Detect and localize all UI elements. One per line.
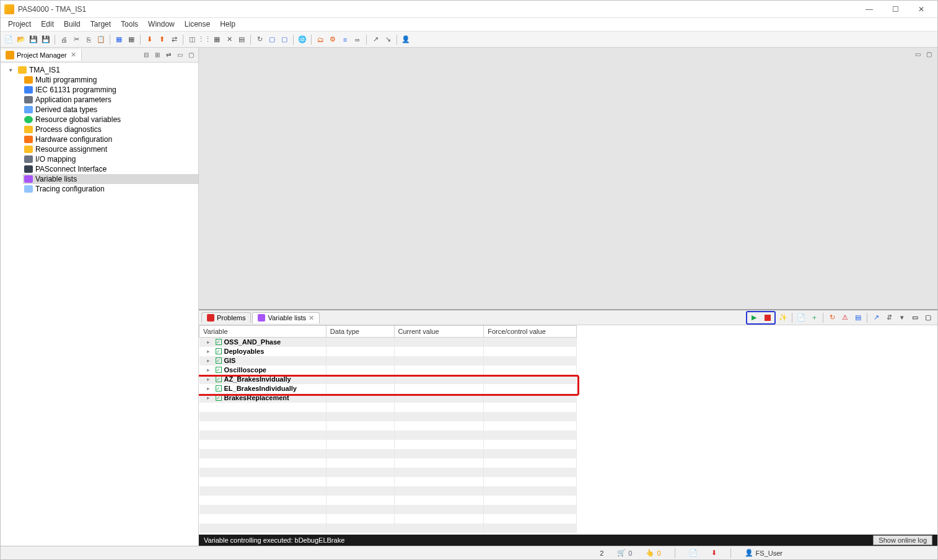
menu-window[interactable]: Window <box>143 18 180 31</box>
check-icon[interactable]: ✓ <box>216 385 222 392</box>
tree-item-resource-assignment[interactable]: Resource assignment <box>23 144 198 154</box>
table-row[interactable]: ▸✓EL_BrakesIndividually <box>199 384 577 393</box>
menu-tools[interactable]: Tools <box>116 18 143 31</box>
tool-export-icon[interactable]: ↗ <box>870 312 882 323</box>
menu-project[interactable]: Project <box>3 18 36 31</box>
tree-item-pasconnect-interface[interactable]: PASconnect Interface <box>23 164 198 174</box>
menu-edit[interactable]: Edit <box>36 18 59 31</box>
compare-icon[interactable]: ⇄ <box>169 34 180 45</box>
save-icon[interactable]: 💾 <box>28 34 39 45</box>
scan-icon[interactable]: ⋮⋮ <box>199 34 210 45</box>
grid-icon[interactable]: ▦ <box>211 34 222 45</box>
chevron-right-icon[interactable]: ▸ <box>207 376 213 382</box>
check-icon[interactable]: ✓ <box>216 395 222 401</box>
show-online-log-button[interactable]: Show online log <box>873 535 932 545</box>
stop-button[interactable] <box>762 312 773 323</box>
twist-icon[interactable]: ▾ <box>9 67 15 73</box>
print-icon[interactable]: 🖨 <box>58 34 69 45</box>
tool-warn-icon[interactable]: ⚠ <box>839 312 851 323</box>
build-icon[interactable]: ▦ <box>113 34 125 45</box>
paste-icon[interactable]: 📋 <box>95 34 107 45</box>
network-icon[interactable]: ◫ <box>186 34 198 45</box>
tree-item-derived-data-types[interactable]: Derived data types <box>23 105 198 115</box>
chevron-right-icon[interactable]: ▸ <box>207 339 213 345</box>
minimize-button[interactable]: — <box>857 2 882 17</box>
panel-max-icon[interactable]: ▢ <box>923 312 934 323</box>
tree-item-resource-global-variables[interactable]: Resource global variables <box>23 115 198 125</box>
link-editor-icon[interactable]: ⇄ <box>164 50 173 60</box>
tool-table-icon[interactable]: ▤ <box>853 312 864 323</box>
tab-variable-lists[interactable]: Variable lists ✕ <box>252 312 320 323</box>
maximize-button[interactable]: ☐ <box>883 2 908 17</box>
check-icon[interactable]: ✓ <box>216 348 222 354</box>
arrow1-icon[interactable]: ↗ <box>370 34 381 45</box>
tree-item-hardware-configuration[interactable]: Hardware configuration <box>23 134 198 144</box>
col-current[interactable]: Current value <box>394 326 484 338</box>
tool-new-icon[interactable]: 📄 <box>796 312 807 323</box>
tool-wand-icon[interactable]: ✨ <box>778 312 789 323</box>
person-icon[interactable]: 👤 <box>400 34 411 45</box>
check-icon[interactable]: ✓ <box>216 357 222 364</box>
gear-icon[interactable]: ⚙ <box>327 34 338 45</box>
minimize-panel-icon[interactable]: ▭ <box>175 50 185 60</box>
check-icon[interactable]: ✓ <box>216 376 222 382</box>
editor-max-icon[interactable]: ▢ <box>924 49 934 59</box>
panel-min-icon[interactable]: ▭ <box>910 312 921 323</box>
tab-problems[interactable]: Problems <box>201 312 251 323</box>
expand-all-icon[interactable]: ⊞ <box>152 50 162 60</box>
project-manager-tab[interactable]: Project Manager ✕ <box>1 50 82 61</box>
table-row[interactable]: ▸✓Oscilloscope <box>199 365 577 375</box>
chevron-right-icon[interactable]: ▸ <box>207 348 213 354</box>
cut-icon[interactable]: ✂ <box>71 34 82 45</box>
save-all-icon[interactable]: 💾 <box>40 34 51 45</box>
globe-icon[interactable]: 🌐 <box>297 34 308 45</box>
check-icon[interactable]: ✓ <box>216 367 222 373</box>
upload-icon[interactable]: ⬆ <box>156 34 167 45</box>
tree-root[interactable]: ▾ TMA_IS1 <box>8 65 198 75</box>
tool-add-icon[interactable]: ＋ <box>809 312 820 323</box>
chevron-right-icon[interactable]: ▸ <box>207 357 213 364</box>
menu-help[interactable]: Help <box>215 18 240 31</box>
col-variable[interactable]: Variable <box>199 326 327 338</box>
tree-item-process-diagnostics[interactable]: Process diagnostics <box>23 125 198 134</box>
maximize-panel-icon[interactable]: ▢ <box>186 50 196 60</box>
col-force[interactable]: Force/control value <box>484 326 577 338</box>
table2-icon[interactable]: ▢ <box>279 34 290 45</box>
new-icon[interactable]: 📄 <box>3 34 14 45</box>
tree-item-application-parameters[interactable]: Application parameters <box>23 95 198 105</box>
menu-license[interactable]: License <box>180 18 215 31</box>
col-datatype[interactable]: Data type <box>326 326 394 338</box>
module-icon[interactable]: ▤ <box>236 34 247 45</box>
menu-build[interactable]: Build <box>59 18 85 31</box>
collapse-all-icon[interactable]: ⊟ <box>141 50 151 60</box>
connect-icon[interactable]: ✕ <box>224 34 235 45</box>
tool-dropdown-icon[interactable]: ▾ <box>896 312 908 323</box>
copy-icon[interactable]: ⎘ <box>83 34 94 45</box>
link-icon[interactable]: ∞ <box>352 34 363 45</box>
check-icon[interactable]: ✓ <box>216 339 222 345</box>
tree-item-multi-programming[interactable]: Multi programming <box>23 75 198 85</box>
tab-close-icon[interactable]: ✕ <box>309 314 314 322</box>
table-row[interactable]: ▸✓BrakesReplacement <box>199 393 577 403</box>
menu-target[interactable]: Target <box>85 18 116 31</box>
arrow2-icon[interactable]: ↘ <box>382 34 393 45</box>
table-row[interactable]: ▸✓Deployables <box>199 347 577 356</box>
download-icon[interactable]: ⬇ <box>144 34 155 45</box>
tool-refresh-icon[interactable]: ↻ <box>826 312 838 323</box>
open-icon[interactable]: 📂 <box>15 34 27 45</box>
refresh-icon[interactable]: ↻ <box>254 34 265 45</box>
tree-item-iec-61131-programming[interactable]: IEC 61131 programming <box>23 85 198 95</box>
run-button[interactable]: ▶ <box>748 312 760 323</box>
folders-icon[interactable]: 🗂 <box>315 34 326 45</box>
table-row[interactable]: ▸✓AZ_BrakesInvidually <box>199 375 577 384</box>
close-button[interactable]: ✕ <box>909 2 934 17</box>
tab-close-icon[interactable]: ✕ <box>71 51 76 59</box>
line-icon[interactable]: ≡ <box>340 34 351 45</box>
chevron-right-icon[interactable]: ▸ <box>207 367 213 373</box>
tool-filter-icon[interactable]: ⇵ <box>883 312 895 323</box>
chevron-right-icon[interactable]: ▸ <box>207 395 213 401</box>
tree-item-i-o-mapping[interactable]: I/O mapping <box>23 154 198 164</box>
editor-min-icon[interactable]: ▭ <box>913 49 923 59</box>
tree-item-variable-lists[interactable]: Variable lists <box>23 174 198 184</box>
table-row[interactable]: ▸✓GIS <box>199 356 577 365</box>
